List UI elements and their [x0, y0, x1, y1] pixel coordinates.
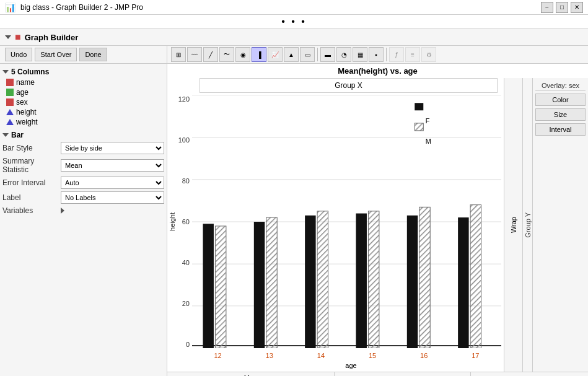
name-icon: [6, 79, 14, 86]
line-chart-icon[interactable]: 📈: [268, 47, 283, 62]
maximize-button[interactable]: □: [556, 2, 568, 13]
wrap-panel[interactable]: Wrap: [504, 78, 522, 372]
bar-12-m-fill: [215, 226, 226, 348]
x-tick-16: 16: [420, 352, 428, 359]
label-select[interactable]: No Labels Value: [61, 191, 164, 204]
bar-header[interactable]: Bar: [2, 129, 164, 141]
column-name[interactable]: name: [5, 77, 164, 87]
settings-icon[interactable]: ⚙: [421, 47, 436, 62]
variables-row[interactable]: Variables: [2, 205, 164, 216]
formula-icon[interactable]: ƒ: [389, 47, 404, 62]
x-tick-12: 12: [214, 352, 221, 359]
bar-collapse-icon[interactable]: [2, 133, 9, 137]
columns-section: 5 Columns name age sex: [2, 66, 164, 127]
y-tick-100: 100: [178, 136, 190, 144]
start-over-button[interactable]: Start Over: [35, 48, 77, 61]
box-icon[interactable]: ▭: [300, 47, 315, 62]
x-tick-14: 14: [317, 352, 325, 359]
chart-svg: F M: [192, 95, 501, 348]
svg-rect-16: [415, 123, 423, 131]
map-shape-button[interactable]: Map Shape: [167, 372, 335, 376]
ellipse-icon[interactable]: ◉: [235, 47, 250, 62]
columns-label: 5 Columns: [11, 68, 49, 76]
done-button[interactable]: Done: [79, 48, 107, 61]
error-interval-row: Error Interval Auto None Std Dev: [2, 175, 164, 190]
x-tick-15: 15: [369, 352, 376, 359]
chart-title: Mean(height) vs. age: [167, 64, 588, 78]
overlay-panel: Overlay: sex Color Size Interval: [532, 78, 588, 372]
columns-collapse-icon[interactable]: [2, 70, 9, 74]
label-label: Label: [2, 193, 58, 202]
y-tick-60: 60: [182, 218, 190, 225]
overlay-header: Overlay: sex: [535, 81, 586, 91]
columns-list: name age sex height: [2, 77, 164, 127]
summary-statistic-select[interactable]: Mean Median Sum N: [61, 159, 164, 172]
minimize-button[interactable]: −: [541, 2, 553, 13]
bar-options: Bar Style Side by side Stacked Summary S…: [2, 141, 164, 216]
graph-builder-header: ■ Graph Builder: [0, 29, 588, 46]
smoother-icon[interactable]: 〜: [219, 47, 234, 62]
y-tick-80: 80: [182, 177, 190, 185]
bar-17-m: [470, 205, 481, 348]
menu-dots: • • •: [0, 15, 588, 29]
variables-label: Variables: [2, 206, 58, 215]
bar-15-f: [356, 214, 366, 348]
histogram-icon[interactable]: ▬: [320, 47, 335, 62]
error-interval-label: Error Interval: [2, 178, 58, 187]
error-interval-select[interactable]: Auto None Std Dev: [61, 177, 164, 189]
bar-chart-icon[interactable]: ▐: [252, 47, 266, 62]
column-age[interactable]: age: [5, 87, 164, 97]
columns-header[interactable]: 5 Columns: [2, 66, 164, 77]
bar-style-select[interactable]: Side by side Stacked: [61, 142, 164, 154]
bar-12-f: [203, 224, 213, 348]
y-tick-0: 0: [186, 341, 190, 348]
bar-13-m: [266, 217, 277, 348]
y-tick-120: 120: [178, 95, 190, 103]
map-icon[interactable]: ▦: [353, 47, 367, 62]
bar-style-row: Bar Style Side by side Stacked: [2, 141, 164, 155]
undo-button[interactable]: Undo: [5, 48, 32, 61]
bottom-row: Map Shape Freq Page: [167, 372, 588, 376]
sex-icon: [6, 98, 14, 106]
gb-icon: ■: [15, 32, 21, 43]
pie-icon[interactable]: ◔: [336, 47, 351, 62]
column-weight[interactable]: weight: [5, 117, 164, 127]
x-tick-13: 13: [266, 352, 273, 359]
data-icon[interactable]: ≡: [405, 47, 420, 62]
wrap-label[interactable]: Wrap: [510, 217, 517, 233]
column-height[interactable]: height: [5, 107, 164, 117]
page-label: Page: [471, 372, 589, 376]
label-row: Label No Labels Value: [2, 190, 164, 205]
area-chart-icon[interactable]: ▲: [284, 47, 299, 62]
x-tick-17: 17: [472, 352, 479, 359]
app-icon: 📊: [5, 2, 15, 12]
title-bar: 📊 big class - Graph Builder 2 - JMP Pro …: [0, 0, 588, 15]
weight-icon: [6, 119, 14, 125]
bar-13-f: [254, 222, 265, 348]
lasso-icon[interactable]: 〰: [187, 47, 202, 62]
column-sex[interactable]: sex: [5, 97, 164, 107]
bar-label: Bar: [11, 131, 24, 139]
window-controls: − □ ✕: [541, 2, 583, 13]
color-button[interactable]: Color: [535, 94, 586, 106]
summary-statistic-row: Summary Statistic Mean Median Sum N: [2, 155, 164, 175]
collapse-icon[interactable]: [5, 35, 11, 39]
size-button[interactable]: Size: [535, 108, 586, 121]
line-icon[interactable]: ╱: [203, 47, 218, 62]
y-axis: height 120 100 80 60 40 20 0: [167, 95, 192, 348]
graph-builder-title: Graph Builder: [25, 33, 79, 42]
y-tick-40: 40: [182, 259, 190, 266]
interval-button[interactable]: Interval: [535, 123, 586, 136]
close-button[interactable]: ✕: [571, 2, 583, 13]
bar-16-m: [419, 207, 430, 348]
y-tick-20: 20: [182, 300, 190, 307]
group-y-label: Group Y: [524, 212, 532, 238]
select-tool-icon[interactable]: ⊞: [171, 47, 186, 62]
left-panel: 5 Columns name age sex: [0, 64, 167, 376]
y-axis-label-text: height: [169, 212, 176, 231]
age-icon: [6, 89, 14, 96]
bar-section: Bar Bar Style Side by side Stacked Summa…: [2, 129, 164, 216]
variables-expand-icon[interactable]: [61, 208, 64, 214]
group-x-header: Group X: [200, 78, 498, 93]
heat-icon[interactable]: ▪: [369, 47, 384, 62]
